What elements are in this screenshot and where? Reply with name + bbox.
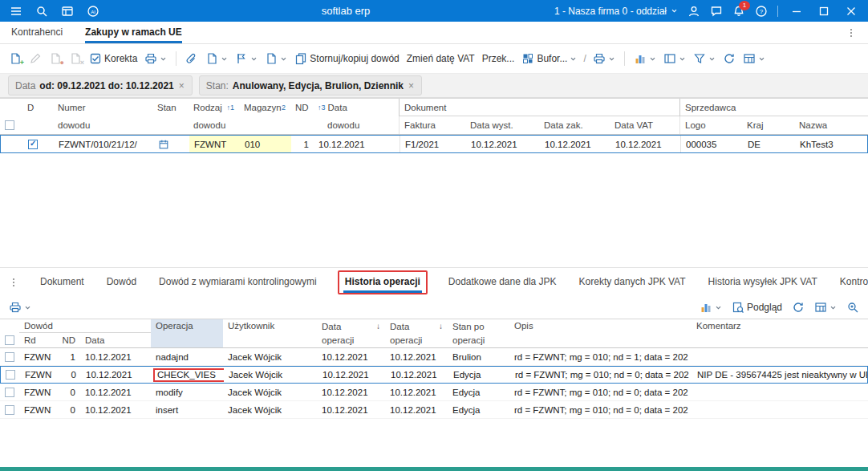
col-uzytkownik[interactable]: Użytkownik (223, 319, 317, 347)
menu-button[interactable] (10, 5, 22, 18)
row-select-cell[interactable] (0, 401, 19, 418)
table-settings-button[interactable] (742, 51, 766, 67)
delete-document-button[interactable]: × (68, 51, 83, 67)
ai-assistant-icon[interactable] (87, 5, 99, 18)
flag-button[interactable] (234, 51, 258, 67)
chip-label: Stan: (206, 80, 229, 91)
tab-dowod-wymiary[interactable]: Dowód z wymiarami kontrolingowymi (157, 272, 318, 293)
col-d[interactable]: D (22, 99, 53, 116)
col-komentarz[interactable]: Komentarz (692, 319, 868, 347)
podglad-button[interactable]: Podgląd (731, 299, 783, 315)
col-rd[interactable]: Rd (19, 333, 51, 347)
row-select-cell[interactable] (0, 348, 19, 365)
col-stan[interactable]: Stan (152, 99, 189, 116)
refresh-button[interactable] (722, 51, 736, 67)
notifications-bell-icon[interactable]: 1 (732, 5, 745, 18)
filter-chip-data[interactable]: Data od: 09.12.2021 do: 10.12.2021 × (8, 75, 193, 95)
print-button[interactable] (144, 51, 168, 67)
history-row[interactable]: FZWNT 1 10.12.2021 nadajnd Jacek Wójcik … (0, 348, 868, 366)
row-checkbox[interactable] (5, 388, 14, 397)
chip-close-icon[interactable]: × (178, 80, 185, 91)
zmien-date-vat-button[interactable]: Zmień datę VAT (406, 51, 476, 66)
titlebar-separator (777, 6, 778, 17)
col-data-wyst[interactable]: Data wyst. (465, 116, 539, 134)
col-kraj[interactable]: Kraj (742, 116, 794, 134)
d-cell[interactable] (23, 136, 54, 152)
company-selector[interactable]: 1 - Nasza firma 0 - oddział (554, 6, 678, 17)
col-nd[interactable]: ND (290, 99, 313, 116)
row-select-cell[interactable] (1, 367, 20, 383)
detail-print-button[interactable] (8, 299, 32, 315)
filter-chip-stan[interactable]: Stan: Anulowany, Edycja, Brulion, Dzienn… (199, 75, 422, 95)
select-all-checkbox[interactable] (5, 120, 14, 130)
maximize-button[interactable] (815, 2, 833, 20)
detail-tabs-menu-icon[interactable] (8, 277, 19, 288)
search-icon[interactable] (35, 5, 48, 18)
col-opis[interactable]: Opis (509, 319, 692, 347)
faktura-cell: F1/2021 (400, 136, 466, 152)
col-data-operacji-2[interactable]: Data ↓ (385, 319, 448, 333)
detail-chart-button[interactable] (699, 299, 723, 315)
col-data-dowodu[interactable]: ↑3 Data (313, 99, 399, 116)
chip-close-icon[interactable]: × (408, 80, 415, 91)
col-nd[interactable]: ND (51, 333, 80, 347)
new-document-button[interactable]: + (8, 51, 22, 67)
tab-overflow-menu-icon[interactable] (846, 22, 857, 43)
column-search-button[interactable] (846, 299, 860, 315)
bufor-button[interactable]: Bufor... (521, 51, 578, 67)
document-row[interactable]: FZWNT/010/21/12/ FZWNT 010 1 10.12.2021 … (0, 135, 868, 153)
detail-refresh-button[interactable] (791, 299, 805, 315)
row-checkbox[interactable] (5, 352, 14, 362)
col-data-zak[interactable]: Data zak. (539, 116, 610, 134)
row-checkbox[interactable] (28, 140, 38, 149)
print-secondary-button[interactable] (592, 51, 616, 67)
detail-table-settings-button[interactable] (813, 299, 838, 315)
tab-dowod[interactable]: Dowód (105, 272, 138, 293)
edit-document-button[interactable] (28, 51, 43, 67)
attachment-button[interactable] (185, 51, 199, 67)
schedule-document-button[interactable]: ● (48, 51, 63, 67)
history-select-all-cell[interactable] (0, 333, 19, 347)
col-numer[interactable]: Numer (53, 99, 152, 116)
tab-dodatkowe-jpk[interactable]: Dodatkowe dane dla JPK (447, 272, 558, 293)
layout-button[interactable] (663, 51, 687, 67)
col-operacja[interactable]: Operacja (151, 319, 223, 347)
col-logo[interactable]: Logo (679, 116, 742, 134)
window-grid-icon[interactable] (61, 5, 74, 18)
filter-button[interactable] (692, 51, 716, 67)
history-row[interactable]: FZWNT 0 10.12.2021 CHECK_VIES Jacek Wójc… (0, 366, 868, 384)
select-all-checkbox[interactable] (5, 335, 14, 345)
close-button[interactable] (842, 2, 860, 20)
przeksieguj-button[interactable]: Przek... (481, 51, 516, 66)
tab-historia-wysylek-jpk[interactable]: Historia wysyłek JPK VAT (707, 272, 819, 293)
select-all-cell[interactable] (0, 116, 22, 134)
row-checkbox[interactable] (6, 370, 15, 380)
stornuj-kopiuj-button[interactable]: Stornuj/kopiuj dowód (294, 51, 400, 67)
row-checkbox[interactable] (5, 405, 14, 415)
tab-dokument[interactable]: Dokument (39, 272, 86, 293)
tab-kontrole-biznesowe[interactable]: Kontrole biznesowe (838, 272, 868, 293)
col-data-operacji-1[interactable]: Data ↓ (317, 319, 385, 333)
col-data-vat[interactable]: Data VAT (610, 116, 679, 134)
document-menu-button[interactable] (264, 51, 288, 67)
history-row[interactable]: FZWNT 0 10.12.2021 insert Jacek Wójcik 1… (0, 401, 868, 419)
history-row[interactable]: FZWNT 0 10.12.2021 modify Jacek Wójcik 1… (0, 384, 868, 401)
col-data[interactable]: Data (80, 333, 151, 347)
tab-korekty-jpk[interactable]: Korekty danych JPK VAT (578, 272, 688, 293)
col-stan-po[interactable]: Stan po (448, 319, 509, 333)
document-export-button[interactable] (205, 51, 229, 67)
tab-historia-operacji[interactable]: Historia operacji (343, 272, 422, 293)
tab-zakupy-w-ramach-ue[interactable]: Zakupy w ramach UE (85, 22, 182, 43)
chat-icon[interactable] (710, 5, 723, 18)
col-rodzaj[interactable]: Rodzaj ↑1 (189, 99, 239, 116)
row-select-cell[interactable] (0, 384, 19, 400)
col-faktura[interactable]: Faktura (399, 116, 465, 134)
help-icon[interactable] (755, 5, 768, 18)
tab-kontrahenci[interactable]: Kontrahenci (11, 22, 63, 43)
korekta-button[interactable]: Korekta (88, 51, 138, 67)
col-magazyn[interactable]: Magazyn 2 (239, 99, 290, 116)
user-icon[interactable] (688, 5, 700, 18)
minimize-button[interactable] (788, 2, 805, 20)
chart-button[interactable] (633, 51, 657, 67)
col-nazwa[interactable]: Nazwa (794, 116, 868, 134)
